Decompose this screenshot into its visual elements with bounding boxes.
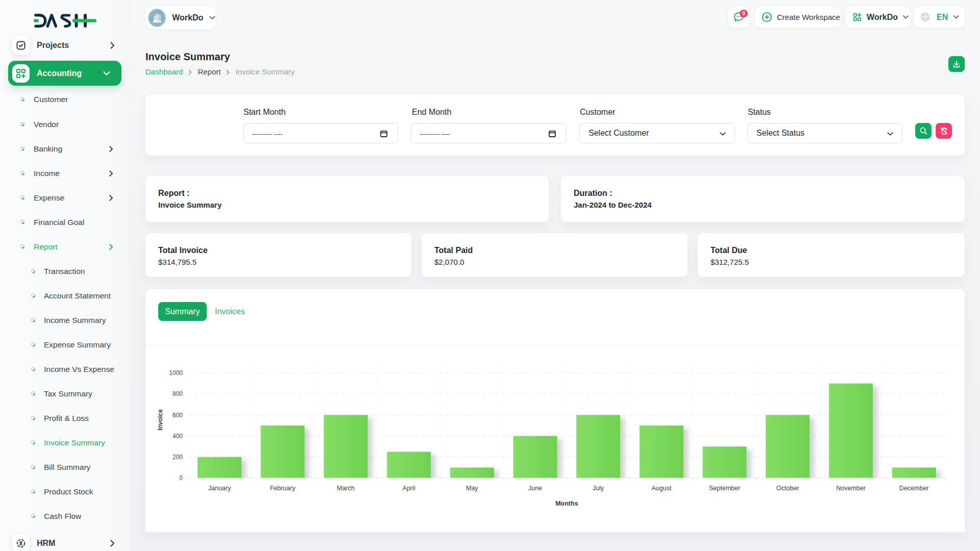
svg-text:March: March [337, 485, 355, 492]
svg-text:1000: 1000 [169, 369, 183, 377]
svg-text:November: November [836, 485, 866, 492]
svg-text:Months: Months [555, 500, 578, 507]
svg-text:January: January [208, 485, 231, 492]
svg-text:October: October [776, 485, 799, 492]
svg-text:August: August [651, 485, 671, 492]
svg-text:Invoice: Invoice [157, 409, 164, 431]
svg-text:400: 400 [173, 433, 183, 440]
svg-text:May: May [466, 485, 478, 492]
svg-text:June: June [528, 485, 542, 492]
svg-text:February: February [270, 485, 296, 492]
svg-text:April: April [403, 485, 415, 492]
svg-text:800: 800 [173, 390, 183, 397]
svg-text:July: July [593, 485, 604, 492]
svg-text:September: September [709, 485, 740, 492]
svg-text:200: 200 [173, 454, 183, 461]
svg-text:0: 0 [179, 474, 183, 482]
svg-text:600: 600 [173, 412, 183, 419]
svg-text:December: December [899, 485, 929, 492]
